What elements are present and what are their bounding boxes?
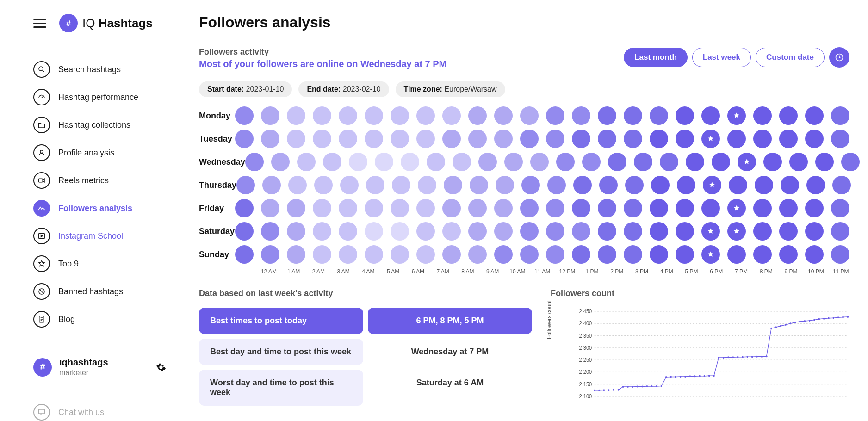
heatmap-cell[interactable] (634, 153, 652, 171)
heatmap-cell[interactable] (520, 199, 539, 217)
heatmap-cell[interactable] (261, 245, 279, 264)
heatmap-cell[interactable] (625, 176, 644, 194)
menu-toggle[interactable] (33, 19, 46, 28)
heatmap-cell[interactable] (235, 222, 254, 241)
heatmap-cell[interactable] (468, 222, 487, 241)
heatmap-cell[interactable] (572, 106, 590, 125)
heatmap-cell[interactable] (261, 222, 279, 241)
heatmap-cell[interactable] (339, 199, 357, 217)
heatmap-cell[interactable] (779, 222, 798, 241)
heatmap-cell[interactable] (494, 106, 513, 125)
heatmap-cell[interactable] (546, 199, 564, 217)
heatmap-cell[interactable] (416, 106, 435, 125)
heatmap-cell[interactable] (365, 222, 383, 241)
heatmap-cell[interactable] (468, 106, 487, 125)
heatmap-cell[interactable] (599, 176, 618, 194)
sidebar-item-search-hashtags[interactable]: Search hashtags (33, 56, 166, 83)
heatmap-cell[interactable] (805, 130, 824, 148)
heatmap-cell[interactable] (520, 245, 539, 264)
heatmap-cell[interactable] (831, 130, 849, 148)
heatmap-cell[interactable] (677, 176, 695, 194)
heatmap-cell[interactable] (676, 245, 694, 264)
heatmap-cell[interactable] (391, 245, 409, 264)
heatmap-cell[interactable] (468, 199, 487, 217)
heatmap-cell[interactable] (391, 106, 409, 125)
heatmap-cell[interactable] (261, 199, 279, 217)
heatmap-cell[interactable] (297, 153, 316, 171)
heatmap-cell[interactable] (392, 176, 410, 194)
heatmap-cell[interactable] (235, 130, 254, 148)
heatmap-cell[interactable] (313, 106, 331, 125)
heatmap-cell[interactable] (418, 176, 436, 194)
heatmap-cell[interactable] (468, 245, 487, 264)
heatmap-cell[interactable] (624, 106, 642, 125)
heatmap-cell[interactable] (624, 130, 642, 148)
heatmap-cell[interactable] (287, 245, 305, 264)
sidebar-item-hashtag-performance[interactable]: Hashtag performance (33, 83, 166, 111)
heatmap-cell[interactable] (779, 130, 798, 148)
range-last-month[interactable]: Last month (624, 48, 688, 67)
heatmap-cell[interactable] (755, 176, 773, 194)
heatmap-cell[interactable] (494, 245, 513, 264)
heatmap-cell[interactable] (753, 199, 772, 217)
heatmap-cell[interactable] (468, 130, 487, 148)
heatmap-cell[interactable] (676, 222, 694, 241)
heatmap-cell[interactable] (624, 245, 642, 264)
heatmap-cell[interactable] (572, 245, 590, 264)
heatmap-cell[interactable] (650, 222, 668, 241)
heatmap-cell[interactable] (323, 153, 341, 171)
heatmap-cell[interactable] (416, 222, 435, 241)
heatmap-cell[interactable] (650, 106, 668, 125)
heatmap-cell[interactable] (598, 130, 616, 148)
heatmap-cell[interactable] (287, 106, 305, 125)
heatmap-cell[interactable] (494, 130, 513, 148)
heatmap-cell[interactable] (520, 130, 539, 148)
heatmap-cell[interactable] (427, 153, 445, 171)
heatmap-cell[interactable] (753, 222, 772, 241)
heatmap-cell[interactable] (453, 153, 471, 171)
sidebar-item-blog[interactable]: Blog (33, 305, 166, 333)
heatmap-cell[interactable] (676, 106, 694, 125)
heatmap-cell[interactable] (831, 106, 849, 125)
heatmap-cell[interactable] (470, 176, 488, 194)
heatmap-cell[interactable] (442, 199, 461, 217)
heatmap-cell[interactable] (365, 199, 383, 217)
sidebar-item-hashtag-collections[interactable]: Hashtag collections (33, 111, 166, 139)
heatmap-cell[interactable] (520, 222, 539, 241)
heatmap-cell[interactable] (546, 130, 564, 148)
heatmap-cell[interactable] (340, 176, 359, 194)
heatmap-cell[interactable] (727, 245, 746, 264)
heatmap-cell[interactable] (832, 176, 851, 194)
heatmap-cell[interactable] (805, 199, 824, 217)
heatmap-cell[interactable] (339, 245, 357, 264)
sidebar-item-instagram-school[interactable]: Instagram School (33, 222, 166, 250)
heatmap-cell[interactable] (375, 153, 393, 171)
heatmap-cell[interactable] (781, 176, 799, 194)
sidebar-item-top-9[interactable]: Top 9 (33, 250, 166, 278)
heatmap-cell[interactable] (349, 153, 367, 171)
heatmap-cell[interactable] (608, 153, 626, 171)
heatmap-cell[interactable] (365, 106, 383, 125)
heatmap-cell[interactable] (287, 130, 305, 148)
heatmap-cell[interactable] (701, 245, 720, 264)
heatmap-cell[interactable] (245, 153, 264, 171)
heatmap-cell[interactable] (546, 222, 564, 241)
heatmap-cell[interactable] (650, 130, 668, 148)
heatmap-cell[interactable] (729, 176, 747, 194)
heatmap-cell[interactable] (572, 199, 590, 217)
heatmap-cell[interactable] (624, 222, 642, 241)
heatmap-cell[interactable] (763, 153, 782, 171)
heatmap-cell[interactable] (416, 199, 435, 217)
heatmap-cell[interactable] (831, 199, 849, 217)
heatmap-cell[interactable] (313, 199, 331, 217)
heatmap-cell[interactable] (598, 222, 616, 241)
clock-button[interactable] (829, 47, 849, 68)
user-row[interactable]: # iqhashtags marketer (0, 351, 180, 384)
sidebar-item-followers-analysis[interactable]: Followers analysis (33, 194, 166, 222)
heatmap-cell[interactable] (546, 245, 564, 264)
heatmap-cell[interactable] (676, 199, 694, 217)
heatmap-cell[interactable] (401, 153, 419, 171)
sidebar-item-reels-metrics[interactable]: Reels metrics (33, 167, 166, 194)
heatmap-cell[interactable] (504, 153, 523, 171)
heatmap-cell[interactable] (806, 176, 825, 194)
